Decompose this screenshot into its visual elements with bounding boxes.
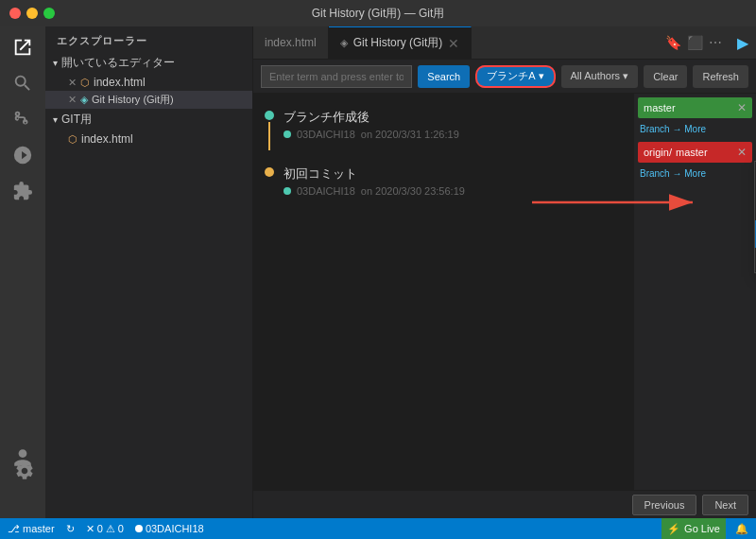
commit-title-2: 初回コミット — [284, 165, 622, 183]
tab-bar: index.html ◈ Git History (Git用) ✕ 🔖 ⬛ ⋯ … — [253, 26, 756, 60]
branch-more-link-1[interactable]: Branch → More — [634, 122, 756, 138]
branch-more-link-2[interactable]: Branch → More — [634, 166, 756, 183]
search-button[interactable]: Search — [418, 65, 470, 88]
file-icon-2: ⬡ — [68, 133, 77, 146]
commit-info-1: ブランチ作成後 03DAICHI18 on 2020/3/31 1:26:19 — [284, 109, 622, 140]
author-dot-1 — [284, 130, 291, 138]
clear-button[interactable]: Clear — [644, 65, 687, 88]
chevron-down-icon-2: ▾ — [53, 114, 58, 125]
git-section-header[interactable]: ▾ GIT用 — [45, 109, 252, 130]
user-status: 03DAICHI18 — [135, 523, 204, 534]
commit-dot-1 — [265, 111, 274, 120]
sidebar: エクスプローラー ▾ 開いているエディター ✕ ⬡ index.html ✕ ◈… — [45, 26, 253, 518]
commit-info-2: 初回コミット 03DAICHI18 on 2020/3/30 23:56:19 — [284, 165, 622, 197]
commit-line-1 — [268, 122, 270, 150]
master-close[interactable]: ✕ — [737, 101, 747, 114]
minimize-dot[interactable] — [26, 8, 38, 19]
origin-close[interactable]: ✕ — [737, 146, 747, 159]
branch-status-label: master — [23, 523, 55, 534]
close-dot[interactable] — [9, 8, 21, 19]
tab-close-icon[interactable]: ✕ — [448, 37, 459, 50]
sidebar-title: エクスプローラー — [45, 26, 252, 52]
tab-index[interactable]: index.html — [253, 26, 329, 59]
previous-button[interactable]: Previous — [632, 495, 697, 515]
bookmark-icon[interactable]: 🔖 — [665, 35, 681, 50]
settings-icon[interactable] — [11, 458, 38, 484]
status-bar: ⎇ master ↻ ✕ 0 ⚠ 0 03DAICHI18 ⚡ Go Live … — [0, 518, 756, 539]
bell-icon[interactable]: 🔔 — [735, 523, 748, 535]
origin-master-badge: origin/ master ✕ — [638, 142, 752, 163]
branch-status-icon: ⎇ — [8, 523, 20, 535]
commit-list: ブランチ作成後 03DAICHI18 on 2020/3/31 1:26:19 — [253, 94, 633, 490]
run-icon[interactable] — [9, 142, 36, 168]
window-title: Git History (Git用) — Git用 — [312, 6, 445, 22]
user-dot — [135, 525, 143, 532]
tab-githistory[interactable]: ◈ Git History (Git用) ✕ — [329, 26, 472, 59]
sidebar-item-index[interactable]: ✕ ⬡ index.html — [45, 74, 252, 91]
origin-master-label: origin/ — [644, 147, 672, 158]
right-panel: master ✕ Branch → More origin/ master ✕ … — [633, 94, 756, 490]
toolbar: Search ブランチA ▾ All Authors ▾ Clear Refre… — [253, 60, 756, 94]
branch-status[interactable]: ⎇ master — [8, 523, 55, 535]
maximize-dot[interactable] — [43, 8, 55, 19]
commit-meta-2: 03DAICHI18 on 2020/3/30 23:56:19 — [284, 185, 622, 197]
next-button[interactable]: Next — [702, 495, 748, 515]
warning-icon: ⚠ — [106, 523, 115, 535]
commit-title-1: ブランチ作成後 — [284, 109, 622, 126]
master-badge: master ✕ — [638, 97, 752, 118]
commit-dot-2 — [265, 167, 274, 177]
window-controls — [9, 8, 55, 19]
bottom-bar: Previous Next — [253, 490, 756, 518]
titlebar: Git History (Git用) — Git用 — [0, 0, 756, 26]
search-icon[interactable] — [9, 70, 36, 96]
tab-index-label: index.html — [265, 36, 317, 49]
origin-master-label2: master — [676, 147, 708, 158]
sidebar-item-githistory[interactable]: ✕ ◈ Git History (Git用) — [45, 91, 252, 109]
chevron-down-icon: ▾ — [53, 58, 58, 68]
status-right: ⚡ Go Live 🔔 — [662, 518, 748, 539]
go-live-button[interactable]: ⚡ Go Live — [662, 518, 726, 539]
commit-item-2[interactable]: 初回コミット 03DAICHI18 on 2020/3/30 23:56:19 — [253, 158, 633, 204]
refresh-button[interactable]: Refresh — [693, 65, 748, 88]
close-icon-git[interactable]: ✕ — [68, 94, 77, 106]
commit-graph-2 — [265, 165, 274, 177]
commit-item-1[interactable]: ブランチ作成後 03DAICHI18 on 2020/3/31 1:26:19 — [253, 101, 633, 158]
extensions-icon[interactable] — [9, 178, 36, 204]
error-status[interactable]: ✕ 0 ⚠ 0 — [86, 523, 124, 535]
commit-meta-1: 03DAICHI18 on 2020/3/31 1:26:19 — [284, 129, 622, 140]
live-icon: ⚡ — [667, 523, 680, 535]
activity-bar — [0, 26, 45, 518]
search-input[interactable] — [261, 65, 412, 88]
commit-graph-1 — [265, 109, 274, 150]
github-icon[interactable]: ▶ — [737, 34, 748, 52]
content-area: index.html ◈ Git History (Git用) ✕ 🔖 ⬛ ⋯ … — [253, 26, 756, 518]
error-icon: ✕ — [86, 523, 94, 535]
split-icon[interactable]: ⬛ — [687, 35, 703, 50]
all-authors-button[interactable]: All Authors ▾ — [561, 65, 639, 88]
tab-githistory-label: Git History (Git用) — [353, 35, 443, 51]
more-icon[interactable]: ⋯ — [709, 35, 722, 50]
explorer-icon[interactable] — [9, 34, 36, 61]
tab-actions: 🔖 ⬛ ⋯ — [658, 26, 730, 59]
git-icon: ◈ — [80, 94, 88, 106]
author-dot-2 — [284, 187, 291, 195]
sidebar-item-index2[interactable]: ⬡ index.html — [45, 130, 252, 148]
source-control-icon[interactable] — [9, 106, 36, 132]
close-icon[interactable]: ✕ — [68, 77, 77, 89]
branch-button[interactable]: ブランチA ▾ — [475, 65, 555, 88]
sync-status[interactable]: ↻ — [66, 523, 75, 535]
file-icon: ⬡ — [80, 77, 90, 89]
git-tab-icon: ◈ — [340, 37, 348, 49]
sync-icon: ↻ — [66, 523, 75, 535]
master-label: master — [644, 102, 676, 113]
open-editors-header[interactable]: ▾ 開いているエディター — [45, 52, 252, 74]
